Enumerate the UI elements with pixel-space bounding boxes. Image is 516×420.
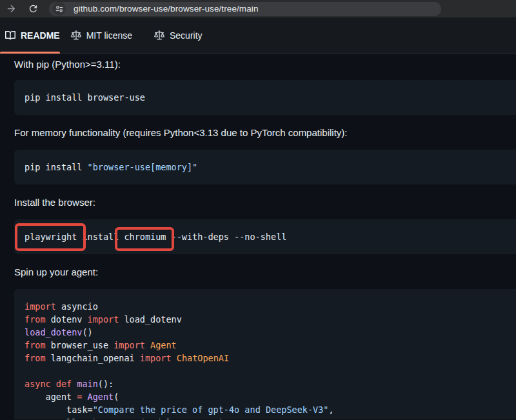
code-line <box>25 365 506 377</box>
reload-icon <box>28 3 39 14</box>
paragraph-install-browser: Install the browser: <box>14 197 516 208</box>
tab-readme-label: README <box>21 30 60 41</box>
tab-security-label: Security <box>170 30 203 41</box>
code-line: llm=ChatOpenAI(model="gpt-4o"), <box>25 416 506 419</box>
browser-toolbar: github.com/browser-use/browser-use/tree/… <box>0 0 516 17</box>
law-icon <box>71 30 81 41</box>
code-line: pip install "browser-use[memory]" <box>25 161 506 174</box>
url-text: github.com/browser-use/browser-use/tree/… <box>74 4 259 14</box>
paragraph-pip: With pip (Python>=3.11): <box>14 59 516 70</box>
site-settings-button[interactable] <box>52 2 66 15</box>
codeblock-agent-python: import asynciofrom dotenv import load_do… <box>14 289 516 419</box>
code-line: agent = Agent( <box>25 390 506 403</box>
tab-readme[interactable]: README <box>0 17 60 54</box>
code-line: task="Compare the price of gpt-4o and De… <box>25 403 506 416</box>
code-line: from dotenv import load_dotenv <box>25 313 506 326</box>
code-line: playwright install chromium --with-deps … <box>25 230 506 243</box>
paragraph-memory: For memory functionality (requires Pytho… <box>14 128 516 138</box>
code-line: from browser_use import Agent <box>25 339 506 352</box>
arrow-forward-icon <box>6 3 17 14</box>
tab-mit-license[interactable]: MIT license <box>60 17 143 54</box>
repo-tabbar: README MIT license Security <box>0 17 516 54</box>
codeblock-pip-install: pip install browser-use <box>14 80 516 115</box>
book-icon <box>5 30 15 41</box>
codeblock-pip-install-memory: pip install "browser-use[memory]" <box>14 150 516 185</box>
law-icon <box>154 30 164 41</box>
code-line: from langchain_openai import ChatOpenAI <box>25 352 506 365</box>
code-line: pip install browser-use <box>25 91 506 104</box>
tune-icon <box>55 5 64 14</box>
forward-button[interactable] <box>5 3 17 15</box>
reload-button[interactable] <box>27 3 39 15</box>
code-line: async def main(): <box>25 377 506 390</box>
tab-security[interactable]: Security <box>143 17 213 54</box>
tab-mit-license-label: MIT license <box>86 30 132 41</box>
code-line: import asyncio <box>25 300 506 313</box>
readme-content: With pip (Python>=3.11): pip install bro… <box>0 54 516 419</box>
address-bar[interactable]: github.com/browser-use/browser-use/tree/… <box>49 2 441 16</box>
paragraph-spin-up-agent: Spin up your agent: <box>14 267 516 277</box>
code-line: load_dotenv() <box>25 326 506 339</box>
codeblock-playwright-install: playwright install chromium --with-deps … <box>14 219 516 254</box>
